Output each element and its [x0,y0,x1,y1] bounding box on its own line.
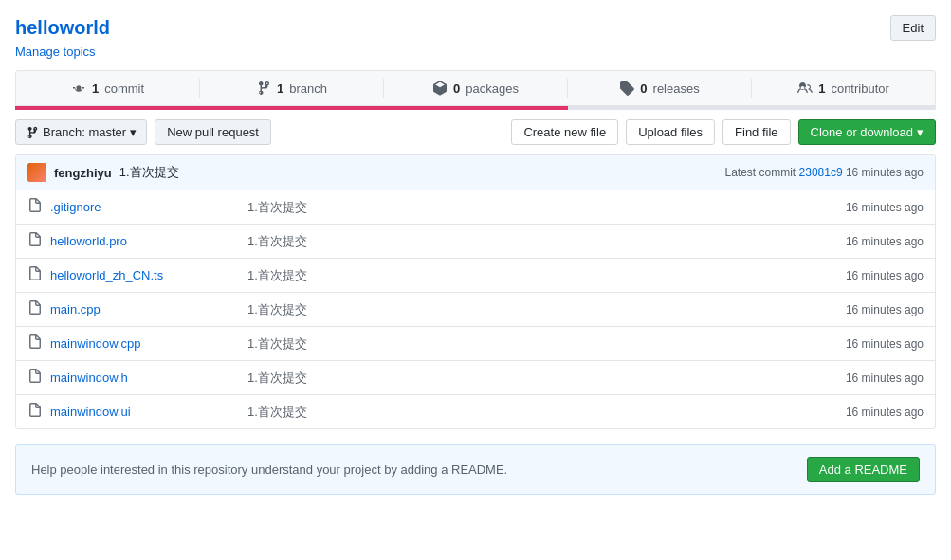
file-commit-message[interactable]: 1.首次提交 [247,404,838,421]
packages-stat[interactable]: 0 packages [384,79,568,98]
table-row: mainwindow.ui 1.首次提交 16 minutes ago [16,395,935,428]
upload-files-button[interactable]: Upload files [626,119,715,145]
find-file-button[interactable]: Find file [722,119,791,145]
contributors-label: contributor [831,81,888,96]
releases-count: 0 [640,81,647,96]
table-row: mainwindow.h 1.首次提交 16 minutes ago [16,361,935,395]
latest-commit-label: Latest commit [725,166,796,179]
file-name[interactable]: main.cpp [50,302,240,316]
packages-label: packages [466,81,519,96]
tag-icon [619,81,634,96]
file-name[interactable]: mainwindow.h [50,370,240,385]
file-icon [27,266,43,284]
file-rows-container: .gitignore 1.首次提交 16 minutes ago hellowo… [16,190,935,428]
table-row: .gitignore 1.首次提交 16 minutes ago [16,190,935,225]
file-name[interactable]: .gitignore [50,200,240,214]
file-icon [27,198,43,216]
add-readme-button[interactable]: Add a README [807,457,920,482]
releases-stat[interactable]: 0 releases [568,79,752,98]
commit-message[interactable]: 1.首次提交 [119,164,179,181]
file-time: 16 minutes ago [846,371,924,385]
file-icon [27,334,43,352]
file-time: 16 minutes ago [846,235,924,248]
commit-meta: Latest commit 23081c9 16 minutes ago [725,166,924,179]
branch-icon [256,81,271,96]
repo-header: helloworld Edit [15,15,936,41]
stats-bar: 1 commit 1 branch 0 packages 0 releases [15,70,936,106]
commits-count: 1 [92,81,99,96]
file-commit-message[interactable]: 1.首次提交 [247,267,838,284]
manage-topics-link[interactable]: Manage topics [15,45,936,59]
file-commit-message[interactable]: 1.首次提交 [247,301,838,318]
branches-label: branch [289,81,327,96]
toolbar-left: Branch: master ▾ New pull request [15,119,271,145]
progress-bar [15,106,936,110]
file-time: 16 minutes ago [846,269,924,282]
branch-selector[interactable]: Branch: master ▾ [15,119,147,145]
file-name[interactable]: mainwindow.cpp [50,336,240,351]
file-name[interactable]: helloworld.pro [50,234,240,248]
branches-count: 1 [277,81,283,96]
table-row: mainwindow.cpp 1.首次提交 16 minutes ago [16,327,935,361]
file-commit-message[interactable]: 1.首次提交 [247,335,838,352]
file-icon [27,232,43,250]
packages-count: 0 [453,81,460,96]
file-commit-message[interactable]: 1.首次提交 [247,233,838,250]
file-time: 16 minutes ago [846,406,924,419]
table-row: main.cpp 1.首次提交 16 minutes ago [16,293,935,327]
contributors-stat[interactable]: 1 contributor [752,79,935,98]
create-new-file-button[interactable]: Create new file [511,119,618,145]
readme-banner-text: Help people interested in this repositor… [31,462,507,477]
commit-icon [71,81,86,96]
table-row: helloworld.pro 1.首次提交 16 minutes ago [16,225,935,259]
file-time: 16 minutes ago [846,201,924,214]
branch-label: Branch: master [43,125,126,139]
avatar [27,163,46,182]
commits-stat[interactable]: 1 commit [16,79,200,98]
chevron-down-icon-clone: ▾ [917,125,924,139]
file-time: 16 minutes ago [846,303,924,316]
chevron-down-icon: ▾ [130,125,137,139]
progress-fill [15,106,568,110]
readme-banner: Help people interested in this repositor… [15,444,936,495]
people-icon [797,81,813,96]
branch-select-icon [26,126,39,139]
file-name[interactable]: helloworld_zh_CN.ts [50,268,240,282]
new-pull-request-button[interactable]: New pull request [155,119,271,145]
commit-author[interactable]: fengzhiyu [54,166,112,180]
contributors-count: 1 [818,81,825,96]
table-row: helloworld_zh_CN.ts 1.首次提交 16 minutes ag… [16,259,935,293]
repo-name[interactable]: helloworld [15,17,110,39]
toolbar: Branch: master ▾ New pull request Create… [15,110,936,154]
file-time: 16 minutes ago [846,337,924,351]
clone-download-button[interactable]: Clone or download ▾ [798,119,936,145]
commits-label: commit [104,81,144,96]
releases-label: releases [653,81,700,96]
file-commit-message[interactable]: 1.首次提交 [247,370,838,387]
file-icon [27,300,43,318]
file-icon [27,403,43,421]
avatar-image [27,163,46,182]
commit-row: fengzhiyu 1.首次提交 Latest commit 23081c9 1… [16,155,935,190]
file-table: fengzhiyu 1.首次提交 Latest commit 23081c9 1… [15,154,936,429]
file-name[interactable]: mainwindow.ui [50,405,240,419]
commit-time: 16 minutes ago [846,166,924,179]
edit-button[interactable]: Edit [890,15,936,41]
file-icon [27,369,43,387]
package-icon [432,81,448,96]
toolbar-right: Create new file Upload files Find file C… [511,119,936,145]
commit-sha[interactable]: 23081c9 [799,166,843,179]
branches-stat[interactable]: 1 branch [200,79,384,98]
file-commit-message[interactable]: 1.首次提交 [247,199,838,216]
